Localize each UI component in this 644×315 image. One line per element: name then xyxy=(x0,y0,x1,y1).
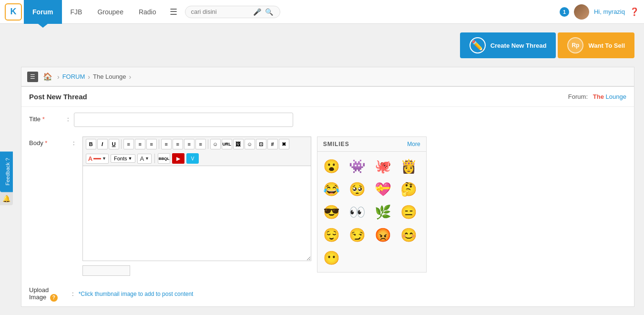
forum-name-red: The xyxy=(593,93,604,100)
bold-button[interactable]: B xyxy=(86,139,96,149)
smilies-title: SMILIES xyxy=(323,141,349,147)
align-left-button[interactable]: ≡ xyxy=(123,139,134,149)
breadcrumb-forum-link[interactable]: FORUM xyxy=(62,73,85,80)
notification-badge[interactable]: 1 xyxy=(560,7,569,17)
toolbar-sep-1 xyxy=(121,139,122,149)
bbcode-button[interactable]: BBQL xyxy=(158,153,170,164)
vimeo-button[interactable]: V xyxy=(186,153,199,164)
smiley-11[interactable]: 🌿 xyxy=(373,201,394,222)
body-textarea[interactable] xyxy=(82,166,311,261)
sidebar-toggle-button[interactable]: ☰ xyxy=(27,72,38,82)
home-icon[interactable]: 🏠 xyxy=(41,71,54,82)
smiley-7[interactable]: 💝 xyxy=(373,178,394,200)
smiley-17[interactable]: 😶 xyxy=(321,247,342,268)
image-button[interactable]: 🖼 xyxy=(233,139,244,149)
breadcrumb-current: The Lounge xyxy=(93,73,126,80)
editor-toolbar-row1: B I U ≡ ≡ ≡ ≡ ≡ ≡ ≡ ☺ URL 🖼 ☺ xyxy=(82,136,311,151)
smilies-grid: 😮 👾 🐙 👸 😂 🥺 💝 🤔 😎 👀 🌿 😑 😌 xyxy=(317,152,426,272)
font-size-button[interactable]: A ▼ xyxy=(137,154,152,164)
ordered-list-button[interactable]: ≡ xyxy=(173,139,183,149)
upload-colon: : xyxy=(72,290,74,297)
smilies-header: SMILIES More xyxy=(317,137,426,152)
smilies-more-link[interactable]: More xyxy=(407,141,420,147)
smiley-5[interactable]: 😂 xyxy=(321,178,342,200)
align-center-button[interactable]: ≡ xyxy=(135,139,145,149)
toolbar-sep-2 xyxy=(159,139,159,149)
top-navigation: K Forum FJB Groupee Radio ☰ 🎤 🔍 1 Hi, my… xyxy=(0,0,644,24)
logo[interactable]: K xyxy=(5,3,22,21)
body-required-star: * xyxy=(45,139,47,147)
underline-button[interactable]: U xyxy=(109,139,119,149)
body-row: Body * : B I U ≡ ≡ ≡ ≡ ≡ ≡ xyxy=(21,133,634,282)
smiley-10[interactable]: 👀 xyxy=(347,201,368,222)
title-label: Title * xyxy=(29,113,67,123)
outdent-button[interactable]: ≡ xyxy=(195,139,206,149)
indent-button[interactable]: ≡ xyxy=(184,139,194,149)
nav-item-radio[interactable]: Radio xyxy=(131,0,164,24)
smiley-button[interactable]: ☺ xyxy=(210,139,221,149)
font-family-button[interactable]: Fonts ▼ xyxy=(111,154,135,163)
list-button[interactable]: ≡ xyxy=(161,139,172,149)
smiley-14[interactable]: 😏 xyxy=(347,224,368,245)
help-icon[interactable]: ❓ xyxy=(630,7,639,16)
char-count-area: 20000 xyxy=(82,265,311,276)
upload-image-label: Upload Image ? xyxy=(29,286,67,302)
align-right-button[interactable]: ≡ xyxy=(146,139,157,149)
smiley-9[interactable]: 😎 xyxy=(321,201,342,222)
char-count-input: 20000 xyxy=(82,265,130,276)
want-to-sell-button[interactable]: Rp Want To Sell xyxy=(558,32,634,58)
breadcrumb-sep-2: › xyxy=(88,73,90,81)
smiley-15[interactable]: 😡 xyxy=(373,224,394,245)
title-input[interactable] xyxy=(74,113,293,127)
toolbar-sep-3 xyxy=(208,139,208,149)
breadcrumb: ☰ 🏠 › FORUM › The Lounge › xyxy=(21,67,634,86)
editor-toolbar-row2: A ▼ Fonts ▼ A ▼ BBQL ▶ V xyxy=(82,151,311,166)
post-form-forum-info: Forum: The Lounge xyxy=(568,93,626,100)
sell-icon: Rp xyxy=(567,37,583,53)
body-colon: : xyxy=(73,136,75,147)
search-input[interactable] xyxy=(191,8,253,15)
smiley-13[interactable]: 😌 xyxy=(321,224,342,245)
create-new-thread-button[interactable]: ✏️ Create New Thread xyxy=(460,32,556,58)
user-greeting: Hi, myraziq xyxy=(594,8,625,15)
link-button[interactable]: URL xyxy=(222,139,232,149)
hamburger-menu[interactable]: ☰ xyxy=(164,0,183,24)
title-required-star: * xyxy=(42,116,45,123)
smilies-panel: SMILIES More 😮 👾 🐙 👸 😂 🥺 💝 🤔 😎 xyxy=(317,136,427,273)
smiley-6[interactable]: 🥺 xyxy=(347,178,368,200)
feedback-tab[interactable]: Feedback ? xyxy=(0,151,13,192)
search-bar: 🎤 🔍 xyxy=(185,6,280,18)
forum-name-blue: Lounge xyxy=(606,93,626,100)
search-icon[interactable]: 🔍 xyxy=(265,8,273,16)
action-bar: ✏️ Create New Thread Rp Want To Sell xyxy=(0,24,644,67)
upload-hint: *Click thumbnail image to add to post co… xyxy=(79,291,194,297)
nav-right-area: 1 Hi, myraziq ❓ xyxy=(560,4,639,20)
smiley-3[interactable]: 🐙 xyxy=(373,156,394,177)
toolbar-sep-4 xyxy=(154,154,155,163)
nav-item-forum[interactable]: Forum xyxy=(24,0,62,24)
special-char-button[interactable]: ☺ xyxy=(245,139,255,149)
remove-format-button[interactable]: ✖ xyxy=(279,139,289,149)
table-button[interactable]: ⊡ xyxy=(256,139,266,149)
hash-button[interactable]: # xyxy=(267,139,278,149)
smiley-2[interactable]: 👾 xyxy=(347,156,368,177)
nav-item-fjb[interactable]: FJB xyxy=(63,0,90,24)
editor-column: B I U ≡ ≡ ≡ ≡ ≡ ≡ ≡ ☺ URL 🖼 ☺ xyxy=(82,136,311,276)
feedback-icon[interactable]: 🔔 xyxy=(0,192,13,205)
upload-help-icon[interactable]: ? xyxy=(50,294,58,302)
smiley-12[interactable]: 😑 xyxy=(399,201,419,222)
smiley-8[interactable]: 🤔 xyxy=(399,178,419,200)
font-color-button[interactable]: A ▼ xyxy=(86,154,109,164)
smiley-16[interactable]: 😊 xyxy=(399,224,419,245)
youtube-button[interactable]: ▶ xyxy=(172,153,184,164)
nav-item-groupee[interactable]: Groupee xyxy=(90,0,131,24)
title-row: Title * : xyxy=(21,107,634,133)
avatar[interactable] xyxy=(574,4,589,20)
post-form-header: Post New Thread Forum: The Lounge xyxy=(21,87,634,107)
italic-button[interactable]: I xyxy=(97,139,108,149)
smiley-4[interactable]: 👸 xyxy=(399,156,419,177)
breadcrumb-sep-3: › xyxy=(129,73,131,81)
breadcrumb-sep-1: › xyxy=(57,73,60,81)
smiley-1[interactable]: 😮 xyxy=(321,156,342,177)
microphone-icon[interactable]: 🎤 xyxy=(253,8,261,16)
